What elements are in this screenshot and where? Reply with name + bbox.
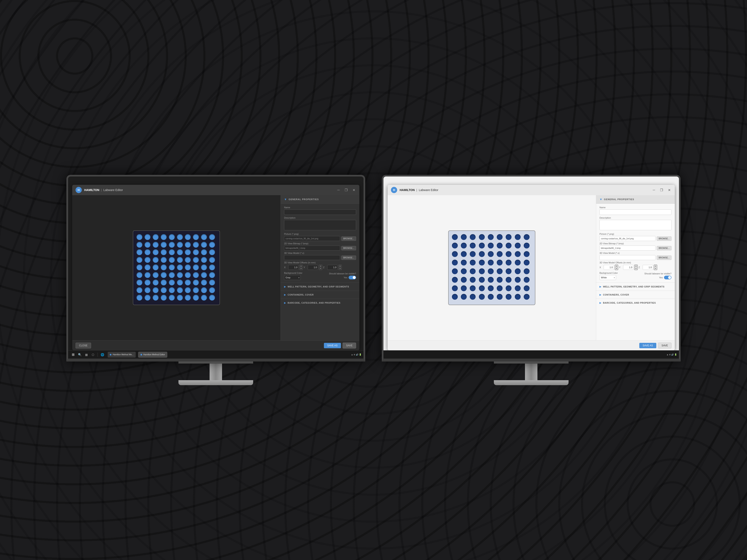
person-icon[interactable]: ⬡	[90, 352, 96, 357]
right-app-window: H HAMILTON | Labware Editor ─ ❐ ✕	[388, 185, 675, 350]
restore-button[interactable]: ❐	[344, 188, 349, 192]
right-bitmap2d-browse-button[interactable]: BROWSE...	[657, 246, 671, 250]
well	[153, 249, 158, 255]
well	[461, 243, 467, 248]
well	[470, 251, 475, 257]
description-input[interactable]	[284, 220, 356, 230]
name-input[interactable]	[284, 210, 356, 215]
well	[201, 257, 207, 263]
well	[161, 279, 166, 285]
right-model3d-browse-button[interactable]: BROWSE...	[657, 256, 671, 260]
right-picture-file-input: corning-costar/cos_96_dw_1ml.png	[599, 236, 655, 241]
right-containers-section[interactable]: ▶ CONTAINERS, COVER	[596, 291, 675, 299]
picture-browse-button[interactable]: BROWSE...	[341, 236, 356, 241]
y-offset-input[interactable]	[308, 265, 318, 270]
right-bottom-bar: SAVE AS SAVE	[388, 340, 675, 350]
containers-section[interactable]: ▶ CONTAINERS, COVER	[281, 291, 359, 299]
taskbar-app-1[interactable]: Hamilton Method Me...	[108, 352, 136, 357]
close-button[interactable]: ✕	[352, 188, 356, 192]
widgets-icon[interactable]: ▦	[83, 352, 89, 357]
right-y-spinner-up[interactable]: ▲	[635, 265, 638, 267]
x-spinner-up[interactable]: ▲	[300, 265, 303, 267]
right-y-spinner: ▲ ▼	[634, 265, 638, 270]
well	[524, 234, 530, 240]
left-general-properties-header: ▼ GENERAL PROPERTIES	[281, 195, 359, 204]
z-offset-input[interactable]	[327, 265, 338, 270]
right-z-spinner-down[interactable]: ▼	[654, 267, 657, 270]
well	[201, 234, 207, 240]
right-x-offset-input[interactable]	[603, 265, 614, 270]
well	[209, 279, 215, 285]
well	[479, 268, 485, 274]
well	[209, 242, 215, 248]
right-y-spinner-down[interactable]: ▼	[635, 267, 638, 270]
well	[136, 287, 143, 293]
yes-label: Yes	[344, 276, 347, 279]
right-name-input[interactable]	[599, 210, 671, 215]
right-close-button[interactable]: ✕	[667, 188, 671, 192]
well	[185, 242, 191, 248]
taskbar-app-2[interactable]: Hamilton Method Editor	[138, 352, 168, 357]
model3d-browse-button[interactable]: BROWSE...	[341, 256, 356, 260]
save-as-button[interactable]: SAVE AS	[324, 343, 341, 348]
right-stand-base	[494, 380, 569, 385]
right-picture-browse-button[interactable]: BROWSE...	[657, 236, 671, 241]
right-model3d-file-input	[599, 255, 655, 260]
bitmap2d-browse-button[interactable]: BROWSE...	[341, 246, 356, 250]
well	[506, 285, 512, 291]
well	[515, 268, 521, 274]
right-visible-toggle-switch[interactable]	[664, 276, 671, 279]
stand-connector	[178, 362, 253, 364]
right-visible-label-group: Should labware be visible? Yes	[644, 272, 671, 279]
right-offsets-row: X ▲ ▼ Y ▲	[599, 265, 671, 270]
well	[201, 279, 207, 285]
x-spinner-down[interactable]: ▼	[300, 267, 303, 270]
right-bg-color-select-wrapper: White Gray Black	[599, 275, 616, 280]
z-spinner-up[interactable]: ▲	[339, 265, 341, 267]
close-button-bottom[interactable]: CLOSE	[76, 343, 91, 348]
visible-toggle-switch[interactable]	[349, 276, 356, 279]
right-save-as-button[interactable]: SAVE AS	[639, 343, 656, 348]
right-yes-label: Yes	[659, 276, 663, 279]
bg-color-select[interactable]: Gray White Black	[284, 275, 301, 280]
right-y-offset-input[interactable]	[623, 265, 634, 270]
right-description-input[interactable]	[599, 220, 671, 230]
well	[497, 260, 503, 265]
right-title-bar: H HAMILTON | Labware Editor ─ ❐ ✕	[388, 185, 675, 195]
well	[145, 295, 150, 300]
y-spinner-up[interactable]: ▲	[319, 265, 322, 267]
well-pattern-title: WELL PATTERN, GEOMETRY, AND GRIP SEGMENT…	[288, 285, 349, 288]
y-label: Y	[304, 266, 307, 269]
right-z-spinner-up[interactable]: ▲	[654, 265, 657, 267]
taskbar-sys-tray: ▲ ⊕ 🔊 🔋	[351, 353, 361, 356]
well	[488, 294, 494, 300]
well	[153, 272, 158, 278]
right-z-offset-input[interactable]	[643, 265, 653, 270]
z-spinner-down[interactable]: ▼	[339, 267, 341, 270]
well	[515, 294, 521, 300]
right-well-pattern-section[interactable]: ▶ WELL PATTERN, GEOMETRY, AND GRIP SEGME…	[596, 283, 675, 291]
right-restore-button[interactable]: ❐	[659, 188, 664, 192]
right-x-spinner-up[interactable]: ▲	[615, 265, 618, 267]
right-bg-color-select[interactable]: White Gray Black	[599, 275, 616, 280]
right-save-button[interactable]: SAVE	[658, 343, 671, 348]
well	[452, 251, 458, 257]
barcode-section[interactable]: ▶ BARCODE, CATEGORIES, AND PROPERTIES	[281, 299, 359, 307]
y-spinner-down[interactable]: ▼	[319, 267, 322, 270]
well-pattern-section[interactable]: ▶ WELL PATTERN, GEOMETRY, AND GRIP SEGME…	[281, 283, 359, 291]
x-offset-input[interactable]	[288, 265, 299, 270]
right-minimize-button[interactable]: ─	[652, 188, 656, 192]
search-taskbar-icon[interactable]: 🔍	[77, 352, 83, 357]
well	[153, 264, 158, 270]
right-x-spinner-down[interactable]: ▼	[615, 267, 618, 270]
well	[209, 234, 215, 240]
well	[177, 272, 183, 278]
well	[169, 295, 175, 300]
minimize-button[interactable]: ─	[337, 188, 340, 192]
well	[209, 264, 215, 270]
well	[177, 287, 183, 293]
right-barcode-section[interactable]: ▶ BARCODE, CATEGORIES, AND PROPERTIES	[596, 299, 675, 307]
windows-start-button[interactable]: ⊞	[70, 352, 76, 357]
save-button[interactable]: SAVE	[342, 343, 356, 348]
well	[201, 287, 207, 293]
